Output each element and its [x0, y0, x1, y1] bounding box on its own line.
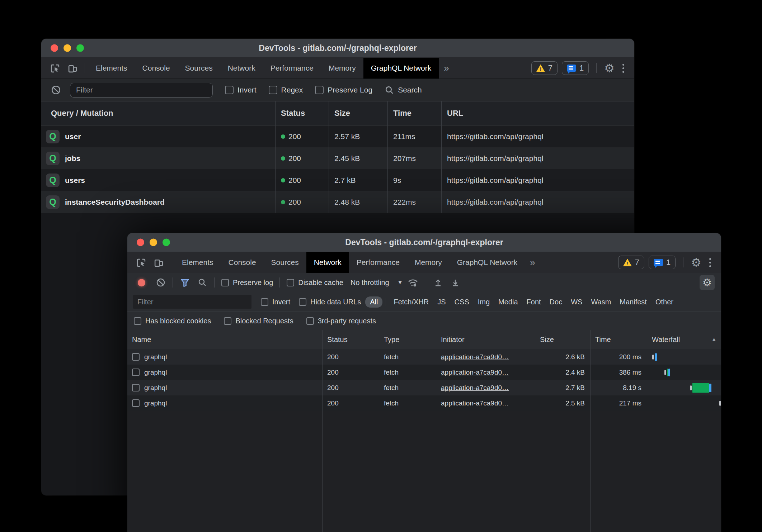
device-toolbar-icon[interactable]	[64, 58, 81, 79]
type-filter-wasm[interactable]: Wasm	[587, 298, 615, 306]
disable-cache-checkbox[interactable]: Disable cache	[287, 279, 343, 287]
row-checkbox[interactable]	[132, 384, 140, 391]
network-conditions-icon[interactable]	[403, 277, 423, 288]
filter-funnel-icon[interactable]	[176, 278, 194, 288]
blocked-requests-checkbox[interactable]: Blocked Requests	[224, 317, 293, 325]
checkbox[interactable]	[299, 298, 306, 306]
column-header-query-mutation[interactable]: Query / Mutation	[41, 101, 275, 125]
search-button[interactable]: Search	[385, 85, 422, 95]
column-header-type[interactable]: Type	[379, 330, 436, 349]
column-header-name[interactable]: Name	[127, 330, 322, 349]
checkbox[interactable]	[287, 279, 294, 286]
close-window-button[interactable]	[137, 239, 144, 246]
settings-gear-icon[interactable]: ⚙	[604, 62, 615, 74]
column-header-status[interactable]: Status	[322, 330, 379, 349]
third-party-requests-checkbox[interactable]: 3rd-party requests	[306, 317, 376, 325]
preserve-log-checkbox[interactable]: Preserve log	[221, 279, 273, 287]
initiator-link[interactable]: application-a7ca9d0…	[441, 369, 509, 376]
clear-icon[interactable]	[152, 278, 169, 287]
inspect-element-icon[interactable]	[46, 58, 64, 79]
preserve-log-checkbox[interactable]: Preserve Log	[315, 86, 372, 94]
kebab-menu-icon[interactable]	[619, 64, 628, 73]
tab-sources[interactable]: Sources	[178, 58, 220, 79]
column-header-waterfall[interactable]: Waterfall ▲	[647, 330, 721, 349]
checkbox[interactable]	[261, 298, 268, 306]
row-checkbox[interactable]	[132, 369, 140, 376]
settings-gear-icon[interactable]: ⚙	[691, 257, 701, 268]
search-icon[interactable]	[194, 278, 211, 287]
column-header-status[interactable]: Status	[275, 101, 329, 125]
zoom-window-button[interactable]	[163, 239, 170, 246]
close-window-button[interactable]	[51, 44, 58, 52]
tab-performance[interactable]: Performance	[349, 252, 407, 273]
checkbox[interactable]	[134, 317, 141, 325]
type-filter-font[interactable]: Font	[522, 298, 545, 306]
type-filter-img[interactable]: Img	[474, 298, 494, 306]
inspect-element-icon[interactable]	[132, 252, 150, 273]
tab-graphql-network[interactable]: GraphQL Network	[450, 252, 525, 273]
titlebar[interactable]: DevTools - gitlab.com/-/graphql-explorer	[41, 39, 634, 58]
network-filter-input[interactable]	[133, 295, 251, 309]
table-row[interactable]: QinstanceSecurityDashboard 200 2.48 kB 2…	[41, 191, 634, 213]
device-toolbar-icon[interactable]	[150, 252, 168, 273]
row-checkbox[interactable]	[132, 353, 140, 361]
clear-icon[interactable]	[47, 85, 65, 95]
tab-elements[interactable]: Elements	[88, 58, 135, 79]
checkbox[interactable]	[315, 86, 324, 94]
tab-console[interactable]: Console	[221, 252, 264, 273]
record-button[interactable]	[134, 279, 152, 286]
initiator-link[interactable]: application-a7ca9d0…	[441, 399, 509, 407]
tab-memory[interactable]: Memory	[407, 252, 450, 273]
column-header-time[interactable]: Time	[590, 330, 647, 349]
column-header-initiator[interactable]: Initiator	[436, 330, 535, 349]
throttling-dropdown[interactable]: No throttling ▼	[351, 279, 403, 287]
has-blocked-cookies-checkbox[interactable]: Has blocked cookies	[134, 317, 211, 325]
invert-checkbox[interactable]: Invert	[225, 86, 257, 94]
more-tabs-icon[interactable]: »	[525, 252, 540, 273]
titlebar[interactable]: DevTools - gitlab.com/-/graphql-explorer	[127, 233, 721, 252]
row-checkbox[interactable]	[132, 399, 140, 407]
warnings-badge[interactable]: 7	[618, 256, 644, 269]
initiator-link[interactable]: application-a7ca9d0…	[441, 353, 509, 361]
kebab-menu-icon[interactable]	[706, 258, 715, 267]
tab-memory[interactable]: Memory	[321, 58, 363, 79]
type-filter-js[interactable]: JS	[433, 298, 450, 306]
more-tabs-icon[interactable]: »	[439, 58, 454, 79]
type-filter-css[interactable]: CSS	[450, 298, 474, 306]
warnings-badge[interactable]: 7	[531, 61, 558, 75]
initiator-link[interactable]: application-a7ca9d0…	[441, 384, 509, 392]
tab-network[interactable]: Network	[306, 252, 349, 273]
issues-badge[interactable]: 1	[562, 61, 589, 75]
table-row[interactable]: Qusers 200 2.7 kB 9s https://gitlab.com/…	[41, 169, 634, 191]
column-header-size[interactable]: Size	[329, 101, 387, 125]
tab-elements[interactable]: Elements	[174, 252, 221, 273]
table-row[interactable]: graphql 200 fetch application-a7ca9d0… 2…	[127, 380, 721, 395]
import-har-icon[interactable]	[429, 278, 447, 287]
checkbox[interactable]	[225, 86, 234, 94]
type-filter-fetch-xhr[interactable]: Fetch/XHR	[389, 298, 433, 306]
hide-data-urls-checkbox[interactable]: Hide data URLs	[299, 298, 361, 306]
column-header-size[interactable]: Size	[535, 330, 590, 349]
tab-network[interactable]: Network	[220, 58, 263, 79]
checkbox[interactable]	[269, 86, 277, 94]
checkbox[interactable]	[224, 317, 231, 325]
column-header-time[interactable]: Time	[387, 101, 441, 125]
minimize-window-button[interactable]	[64, 44, 71, 52]
table-row[interactable]: Qjobs 200 2.45 kB 207ms https://gitlab.c…	[41, 147, 634, 169]
table-row[interactable]: graphql 200 fetch application-a7ca9d0… 2…	[127, 395, 721, 411]
network-settings-button[interactable]: ⚙	[700, 275, 715, 290]
tab-console[interactable]: Console	[135, 58, 178, 79]
regex-checkbox[interactable]: Regex	[269, 86, 303, 94]
column-header-url[interactable]: URL	[441, 101, 634, 125]
tab-sources[interactable]: Sources	[264, 252, 306, 273]
table-row[interactable]: Quser 200 2.57 kB 211ms https://gitlab.c…	[41, 125, 634, 147]
tab-performance[interactable]: Performance	[263, 58, 321, 79]
filter-input[interactable]	[70, 83, 213, 98]
invert-checkbox[interactable]: Invert	[261, 298, 290, 306]
zoom-window-button[interactable]	[76, 44, 84, 52]
type-filter-all[interactable]: All	[365, 296, 382, 308]
type-filter-ws[interactable]: WS	[566, 298, 587, 306]
issues-badge[interactable]: 1	[649, 256, 676, 269]
type-filter-manifest[interactable]: Manifest	[615, 298, 651, 306]
type-filter-doc[interactable]: Doc	[545, 298, 567, 306]
